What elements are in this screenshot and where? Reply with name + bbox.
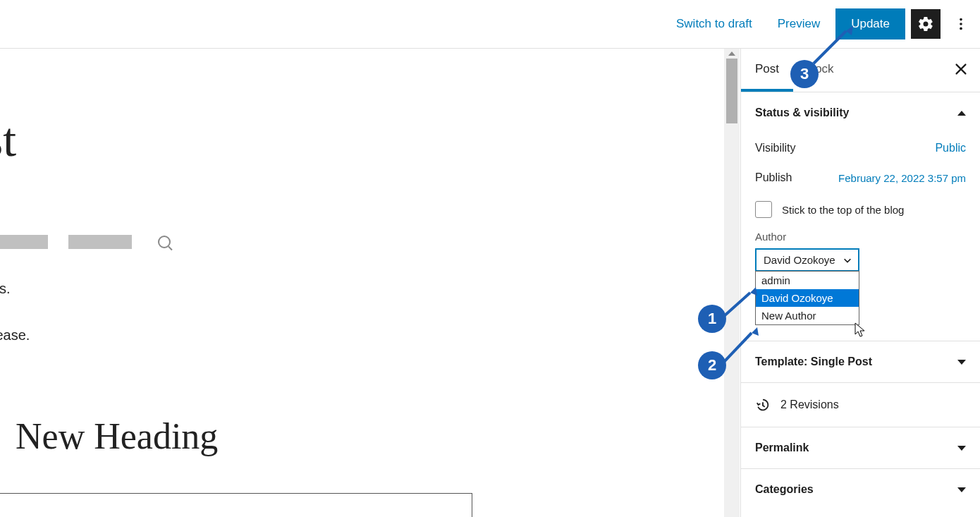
svg-marker-4 — [750, 287, 757, 296]
template-panel-toggle[interactable]: Template: Single Post — [741, 341, 980, 382]
nav-placeholder — [0, 235, 48, 249]
stick-to-top-checkbox[interactable] — [755, 201, 772, 218]
author-selected-value: David Ozokoye — [764, 254, 835, 266]
revisions-button[interactable]: 2 Revisions — [741, 383, 980, 427]
nav-placeholder — [68, 235, 132, 249]
post-title[interactable]: Post — [0, 112, 16, 168]
status-visibility-toggle[interactable]: Status & visibility — [741, 92, 980, 133]
author-dropdown: admin David Ozokoye New Author — [755, 271, 859, 325]
cursor-icon — [855, 322, 867, 338]
annotation-badge-2: 2 — [698, 351, 726, 379]
categories-title: Categories — [755, 483, 814, 496]
settings-sidebar: Post Block Status & visibility Visibilit… — [740, 49, 980, 517]
svg-point-2 — [960, 28, 962, 30]
scroll-up-icon[interactable] — [728, 51, 735, 56]
status-visibility-panel: Status & visibility Visibility Public Pu… — [741, 92, 980, 341]
template-title: Template: Single Post — [755, 355, 872, 368]
svg-point-0 — [960, 18, 962, 21]
close-sidebar-button[interactable] — [953, 61, 969, 79]
chevron-down-icon — [957, 360, 966, 365]
author-option-admin[interactable]: admin — [756, 272, 859, 289]
chevron-down-icon — [957, 446, 966, 451]
annotation-badge-1: 1 — [698, 305, 726, 333]
sidebar-tabs: Post Block — [741, 49, 980, 92]
history-icon — [755, 397, 771, 413]
author-select[interactable]: David Ozokoye — [755, 248, 859, 272]
permalink-title: Permalink — [755, 442, 809, 454]
annotation-badge-3: 3 — [790, 60, 819, 88]
svg-line-7 — [814, 31, 846, 63]
chevron-down-icon — [957, 487, 966, 492]
search-icon[interactable] — [158, 236, 171, 248]
heading-block[interactable]: New Heading — [16, 415, 218, 457]
switch-to-draft-link[interactable]: Switch to draft — [666, 10, 762, 38]
svg-marker-6 — [752, 327, 759, 336]
author-option-david[interactable]: David Ozokoye — [756, 289, 859, 307]
author-option-new[interactable]: New Author — [756, 307, 859, 324]
settings-button[interactable] — [911, 9, 941, 39]
author-label: Author — [755, 226, 966, 248]
revisions-label: 2 Revisions — [780, 399, 839, 411]
chevron-up-icon — [957, 111, 966, 116]
editor-canvas[interactable]: Post it you will know how easy it is. o … — [0, 49, 739, 517]
paragraph-text[interactable]: it you will know how easy it is. — [0, 281, 11, 297]
embed-block[interactable] — [0, 493, 472, 517]
permalink-panel-toggle[interactable]: Permalink — [741, 427, 980, 468]
svg-line-5 — [723, 333, 752, 363]
annotation-arrow-3 — [809, 23, 859, 69]
tab-post[interactable]: Post — [741, 49, 793, 92]
paragraph-text[interactable]: o see if list can be moved with so much … — [0, 327, 30, 343]
publish-label: Publish — [755, 171, 792, 184]
editor-scrollbar[interactable] — [724, 49, 740, 517]
visibility-value[interactable]: Public — [935, 142, 966, 154]
categories-panel-toggle[interactable]: Categories — [741, 469, 980, 510]
gear-icon — [917, 16, 934, 32]
svg-marker-8 — [846, 25, 853, 35]
close-icon — [953, 61, 969, 77]
svg-line-3 — [723, 293, 750, 317]
stick-to-top-label: Stick to the top of the blog — [782, 204, 904, 216]
kebab-icon — [953, 16, 969, 32]
section-title: Status & visibility — [755, 107, 849, 119]
more-options-button[interactable] — [946, 9, 976, 39]
chevron-down-icon — [843, 255, 852, 265]
visibility-label: Visibility — [755, 142, 796, 154]
scroll-thumb[interactable] — [726, 59, 737, 123]
publish-date[interactable]: February 22, 2022 3:57 pm — [838, 172, 966, 184]
svg-point-1 — [960, 23, 962, 25]
